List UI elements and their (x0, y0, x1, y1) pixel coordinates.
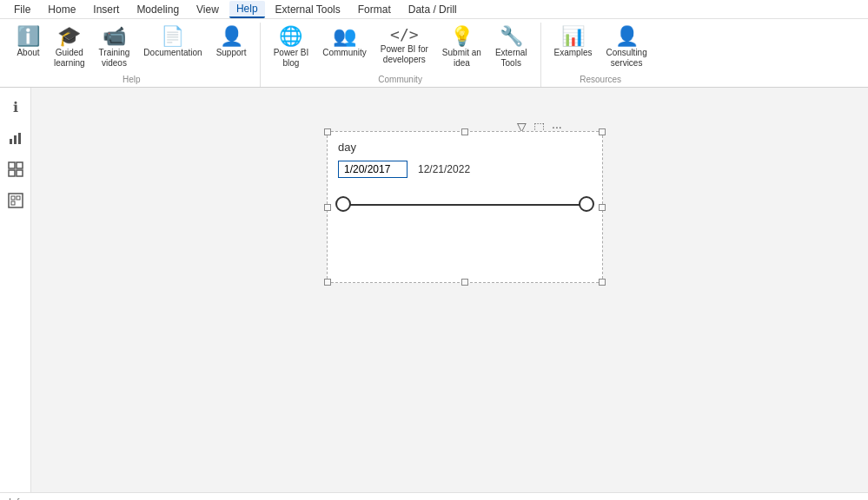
about-icon: ℹ️ (17, 27, 40, 46)
svg-rect-1 (14, 135, 17, 144)
submit-idea-label: Submit anidea (442, 48, 481, 69)
slicer-widget: day 12/21/2022 (327, 131, 603, 283)
resize-handle-bl[interactable] (324, 279, 331, 286)
resize-handle-left[interactable] (324, 204, 331, 211)
menu-external-tools[interactable]: External Tools (268, 2, 348, 17)
power-bi-blog-icon: 🌐 (279, 27, 302, 46)
submit-idea-icon: 💡 (450, 27, 474, 46)
power-bi-blog-label: Power BIblog (274, 48, 309, 69)
ribbon-group-help: ℹ️ About 🎓 Guidedlearning 📹 Trainingvide… (3, 23, 261, 87)
power-bi-blog-button[interactable]: 🌐 Power BIblog (268, 23, 315, 73)
documentation-icon: 📄 (161, 27, 184, 46)
main-canvas: ▽ ⬚ ··· day 12/21/2022 (31, 88, 868, 492)
consulting-services-icon: 👤 (615, 27, 639, 46)
slider-track (343, 204, 586, 206)
status-bar: Info (0, 492, 868, 500)
examples-label: Examples (554, 48, 593, 58)
consulting-services-button[interactable]: 👤 Consultingservices (600, 23, 653, 73)
slicer-title: day (338, 141, 592, 154)
community-group-label: Community (268, 73, 533, 87)
sidebar-icon-filter[interactable] (3, 188, 28, 213)
resize-handle-right[interactable] (599, 204, 606, 211)
community-button[interactable]: 👥 Community (316, 23, 373, 62)
external-tools-button[interactable]: 🔧 ExternalTools (489, 23, 533, 73)
menu-data-drill[interactable]: Data / Drill (401, 2, 464, 17)
svg-rect-10 (11, 201, 15, 205)
consulting-services-label: Consultingservices (606, 48, 646, 69)
help-group-label: Help (10, 73, 253, 87)
svg-rect-5 (9, 170, 15, 176)
menu-view[interactable]: View (189, 2, 226, 17)
resize-handle-br[interactable] (599, 279, 606, 286)
svg-rect-6 (17, 170, 23, 176)
svg-rect-0 (10, 139, 12, 144)
slider-handle-left[interactable] (335, 196, 351, 212)
svg-rect-4 (17, 162, 23, 168)
menu-help[interactable]: Help (229, 1, 265, 18)
menu-file[interactable]: File (7, 2, 37, 17)
resize-handle-top[interactable] (461, 128, 468, 135)
training-videos-button[interactable]: 📹 Trainingvideos (93, 23, 136, 73)
documentation-button[interactable]: 📄 Documentation (137, 23, 208, 62)
community-label: Community (322, 48, 367, 58)
guided-learning-icon: 🎓 (57, 27, 81, 46)
svg-rect-2 (18, 133, 21, 144)
svg-rect-9 (17, 196, 20, 200)
app-body: ℹ ▽ ⬚ ··· day (0, 88, 868, 492)
submit-idea-button[interactable]: 💡 Submit anidea (436, 23, 487, 73)
end-date-value: 12/21/2022 (414, 161, 474, 177)
examples-icon: 📊 (561, 27, 585, 46)
menu-format[interactable]: Format (351, 2, 398, 17)
support-button[interactable]: 👤 Support (210, 23, 253, 62)
slicer-slider[interactable] (343, 195, 586, 214)
training-videos-label: Trainingvideos (99, 48, 130, 69)
resources-group-label: Resources (548, 73, 653, 87)
power-bi-developers-button[interactable]: </> Power BI fordevelopers (374, 23, 434, 69)
community-icon: 👥 (333, 27, 356, 46)
resize-handle-bottom[interactable] (461, 279, 468, 286)
sidebar: ℹ (0, 88, 31, 492)
resize-handle-tl[interactable] (324, 128, 331, 135)
external-tools-label: ExternalTools (495, 48, 527, 69)
ribbon-group-resources: 📊 Examples 👤 Consultingservices Resource… (541, 23, 660, 87)
power-bi-developers-icon: </> (390, 27, 419, 43)
slider-handle-right[interactable] (579, 196, 594, 212)
svg-rect-3 (9, 162, 15, 168)
ribbon-group-community: 🌐 Power BIblog 👥 Community </> Power BI … (261, 23, 541, 87)
page-label: Info (9, 497, 24, 501)
menu-bar: File Home Insert Modeling View Help Exte… (0, 0, 868, 19)
documentation-label: Documentation (143, 48, 202, 58)
start-date-input[interactable] (338, 161, 407, 178)
svg-rect-7 (9, 194, 23, 207)
sidebar-icon-table[interactable] (3, 157, 28, 181)
training-videos-icon: 📹 (103, 27, 126, 46)
sidebar-icon-chart[interactable] (3, 126, 28, 150)
guided-learning-label: Guidedlearning (54, 48, 85, 69)
resize-handle-tr[interactable] (599, 128, 606, 135)
menu-insert[interactable]: Insert (86, 2, 126, 17)
svg-rect-8 (11, 196, 15, 200)
support-icon: 👤 (220, 27, 243, 46)
external-tools-icon: 🔧 (500, 27, 523, 46)
power-bi-developers-label: Power BI fordevelopers (381, 44, 428, 65)
guided-learning-button[interactable]: 🎓 Guidedlearning (48, 23, 91, 73)
about-button[interactable]: ℹ️ About (10, 23, 46, 62)
slicer-dates: 12/21/2022 (338, 161, 592, 178)
menu-home[interactable]: Home (41, 2, 83, 17)
sidebar-icon-info[interactable]: ℹ (3, 95, 28, 119)
examples-button[interactable]: 📊 Examples (548, 23, 599, 62)
menu-modeling[interactable]: Modeling (129, 2, 186, 17)
ribbon: ℹ️ About 🎓 Guidedlearning 📹 Trainingvide… (0, 19, 868, 88)
support-label: Support (216, 48, 247, 58)
about-label: About (17, 48, 39, 58)
